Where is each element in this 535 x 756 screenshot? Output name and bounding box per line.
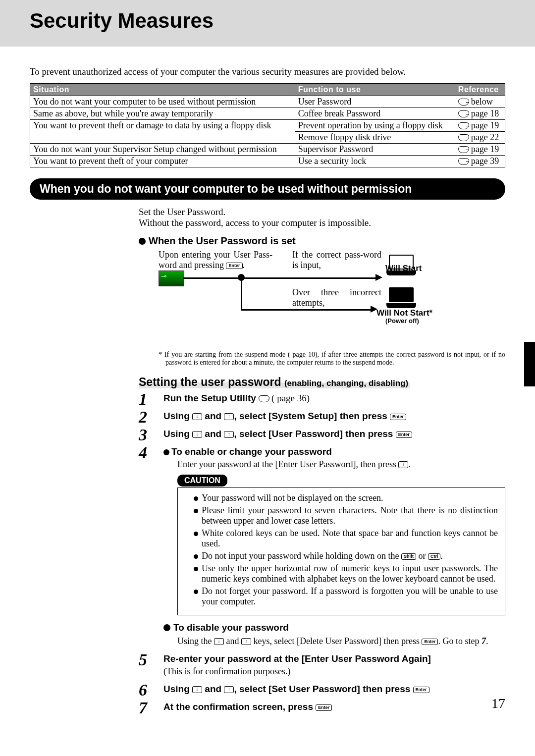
page-number: 17 (491, 696, 505, 711)
page-ref-icon (458, 99, 469, 106)
table-row: You want to prevent theft of your comput… (30, 156, 505, 167)
password-prompt-icon (159, 270, 184, 286)
enter-key-icon: Enter (396, 432, 412, 438)
diagram-entry-text: Upon entering your User Pass-word and pr… (159, 250, 272, 270)
step-1: Run the Setup Utility ( page 36) (139, 393, 505, 404)
cell-function: Use a security lock (295, 156, 455, 167)
cell-reference: below (455, 96, 505, 108)
table-row: You do not want your Supervisor Setup ch… (30, 144, 505, 156)
cell-function: Remove floppy disk drive (295, 132, 455, 144)
th-situation: Situation (30, 84, 295, 96)
step-5: Re-enter your password at the [Enter Use… (139, 653, 505, 677)
table-row: You want to prevent theft or damage to d… (30, 120, 505, 132)
caution-item: Do not input your password while holding… (194, 551, 498, 561)
cell-function: User Password (295, 96, 455, 108)
cell-situation: You want to prevent theft or damage to d… (30, 120, 295, 144)
body-text: Without the password, access to your com… (139, 217, 505, 228)
subheading-disable: To disable your password (163, 622, 505, 633)
diagram-line (241, 309, 372, 311)
enter-key-icon: Enter (422, 639, 438, 645)
cell-situation: Same as above, but while you're away tem… (30, 108, 295, 120)
down-arrow-key-icon: ↓ (192, 413, 202, 420)
bullet-dot-icon (139, 238, 146, 245)
step-6: Using ↓ and ↑, select [Set User Password… (139, 684, 505, 695)
step-4: To enable or change your password Enter … (139, 446, 505, 647)
page-ref-icon (458, 110, 469, 117)
down-arrow-key-icon: ↓ (192, 431, 202, 438)
section-heading: When you do not want your computer to be… (30, 178, 505, 200)
will-start-label: Will Start (385, 264, 422, 273)
enter-key-icon: Enter (316, 704, 332, 711)
setting-password-title: Setting the user password (enabling, cha… (139, 376, 410, 388)
section-body: Set the User Password. Without the passw… (139, 207, 505, 349)
caution-item: Use only the upper horizontal row of num… (194, 563, 498, 584)
page-ref-icon (259, 395, 269, 402)
enter-key-icon: Enter (390, 414, 406, 420)
arrow-right-icon (375, 274, 382, 281)
cell-function: Coffee break Password (295, 108, 455, 120)
cell-reference: page 19 (455, 120, 505, 132)
page-content: To prevent unauthorized access of your c… (0, 47, 535, 712)
step-2: Using ↓ and ↑, select [System Setup] the… (139, 411, 505, 422)
diagram-correct-text: If the correct pass-word is input, (292, 250, 381, 270)
subheading-when-set: When the User Password is set (139, 235, 505, 247)
page-ref-icon (458, 122, 469, 129)
laptop-off-icon (386, 287, 416, 307)
cell-function: Supervisor Password (295, 144, 455, 156)
intro-text: To prevent unauthorized access of your c… (30, 66, 505, 77)
password-flow-diagram: Upon entering your User Pass-word and pr… (159, 250, 505, 349)
enter-key-icon: Enter (226, 263, 242, 269)
bullet-dot-icon (163, 449, 169, 455)
cell-function: Prevent operation by using a floppy disk (295, 120, 455, 132)
shift-key-icon: Shift (401, 553, 416, 560)
diagram-incorrect-text: Over three incorrect attempts, (292, 287, 381, 308)
cell-situation: You do not want your Supervisor Setup ch… (30, 144, 295, 156)
cell-reference: page 19 (455, 144, 505, 156)
bullet-dot-icon (163, 624, 170, 631)
caution-box: Your password will not be displayed on t… (177, 487, 505, 615)
page-header: Security Measures (0, 0, 535, 47)
page-ref: ( page 36) (259, 393, 310, 403)
will-not-start-label: Will Not Start* (376, 308, 432, 318)
down-arrow-key-icon: ↓ (214, 638, 224, 645)
enter-key-icon: Enter (413, 687, 429, 693)
cell-reference: page 22 (455, 132, 505, 144)
caution-item: Please limit your password to seven char… (194, 505, 498, 526)
steps-list: Run the Setup Utility ( page 36) Using ↓… (139, 393, 505, 712)
body-text: Set the User Password. (139, 207, 505, 217)
caution-item: Do not forget your password. If a passwo… (194, 586, 498, 607)
disable-body: Using the ↓ and ↑ keys, select [Delete U… (177, 636, 505, 647)
table-row: You do not want your computer to be used… (30, 96, 505, 108)
footnote: * If you are starting from the suspend m… (159, 351, 505, 367)
up-arrow-key-icon: ↑ (241, 638, 251, 645)
section-setting-password: Setting the user password (enabling, cha… (139, 376, 505, 712)
cell-reference: page 39 (455, 156, 505, 167)
caution-label: CAUTION (177, 475, 227, 486)
page-ref-icon (458, 134, 469, 141)
page-title: Security Measures (30, 9, 535, 33)
diagram-line (183, 277, 376, 279)
diagram-line (241, 277, 242, 310)
up-arrow-key-icon: ↑ (224, 686, 234, 693)
down-arrow-key-icon: ↓ (398, 461, 408, 468)
cell-situation: You do not want your computer to be used… (30, 96, 295, 108)
th-reference: Reference (455, 84, 505, 96)
up-arrow-key-icon: ↑ (224, 431, 234, 438)
th-function: Function to use (295, 84, 455, 96)
caution-item: Your password will not be displayed on t… (194, 493, 498, 503)
step-7: At the confirmation screen, press Enter (139, 702, 505, 712)
step-4-body: Enter your password at the [Enter User P… (177, 459, 505, 470)
cell-situation: You want to prevent theft of your comput… (30, 156, 295, 167)
caution-item: White colored keys can be used. Note tha… (194, 528, 498, 549)
ctrl-key-icon: Ctrl (428, 553, 441, 560)
up-arrow-key-icon: ↑ (224, 413, 234, 420)
side-tab (524, 342, 535, 386)
page-ref-icon (458, 158, 469, 165)
step-5-body: (This is for confirmation purposes.) (163, 666, 505, 677)
table-row: Same as above, but while you're away tem… (30, 108, 505, 120)
power-off-label: (Power off) (385, 317, 419, 324)
step-3: Using ↓ and ↑, select [User Password] th… (139, 429, 505, 439)
down-arrow-key-icon: ↓ (192, 686, 202, 693)
page-ref-icon (458, 146, 469, 153)
security-table: Situation Function to use Reference You … (30, 83, 505, 167)
